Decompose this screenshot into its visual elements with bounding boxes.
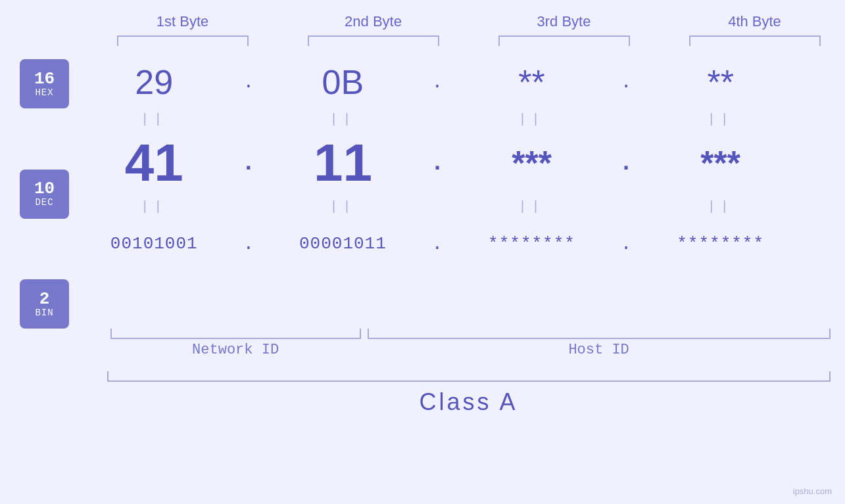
dec-dot-3: .	[616, 150, 636, 177]
host-id-bracket	[368, 329, 831, 339]
dec-cell-4: ***	[648, 143, 793, 183]
bracket-byte3	[498, 35, 630, 46]
dec-value-3: ***	[512, 143, 552, 183]
hex-value-3: **	[518, 62, 544, 102]
dec-row: 41 . 11 . *** . ***	[76, 127, 799, 199]
byte4-header: 4th Byte	[689, 13, 821, 30]
equals-1-2: ||	[270, 112, 415, 127]
hex-badge: 16 HEX	[20, 59, 69, 108]
bin-value-3: ********	[488, 234, 575, 254]
equals-2-1: ||	[82, 199, 226, 214]
hex-cell-1: 29	[82, 62, 226, 102]
bottom-brackets	[107, 329, 831, 339]
dec-cell-1: 41	[82, 133, 226, 193]
bracket-labels: Network ID Host ID	[107, 339, 831, 358]
hex-dot-3: .	[616, 72, 636, 93]
hex-dot-2: .	[427, 72, 447, 93]
bin-value-4: ********	[677, 234, 764, 254]
network-id-bracket	[110, 329, 361, 339]
dec-badge: 10 DEC	[20, 170, 69, 219]
network-id-label: Network ID	[110, 339, 361, 358]
bin-cell-1: 00101001	[82, 234, 226, 254]
host-id-label: Host ID	[368, 339, 831, 358]
bin-value-2: 00001011	[299, 234, 387, 254]
bracket-byte4	[689, 35, 821, 46]
equals-row-1: || || || ||	[76, 112, 799, 127]
bottom-section: Network ID Host ID Class A	[107, 329, 831, 416]
content-rows: 16 HEX 10 DEC 2 BIN 29 . 0B	[0, 53, 845, 329]
bracket-byte2	[308, 35, 439, 46]
hex-badge-label: HEX	[35, 87, 53, 98]
bracket-byte1	[117, 35, 249, 46]
bin-badge-label: BIN	[35, 308, 53, 318]
hex-value-1: 29	[135, 62, 173, 102]
bin-dot-1: .	[239, 234, 258, 254]
bin-dot-2: .	[427, 234, 447, 254]
bin-value-1: 00101001	[110, 234, 198, 254]
bin-badge: 2 BIN	[20, 279, 69, 329]
hex-value-4: **	[707, 62, 733, 102]
badges-column: 16 HEX 10 DEC 2 BIN	[0, 53, 76, 329]
bin-cell-3: ********	[460, 234, 604, 254]
bin-row: 00101001 . 00001011 . ******** . *******…	[76, 214, 799, 273]
dec-cell-3: ***	[460, 143, 604, 183]
class-label: Class A	[107, 384, 831, 416]
hex-cell-4: **	[648, 62, 793, 102]
dec-cell-2: 11	[270, 133, 415, 193]
hex-cell-3: **	[460, 62, 604, 102]
equals-1-3: ||	[460, 112, 604, 127]
dec-value-2: 11	[314, 133, 372, 193]
dec-value-1: 41	[125, 133, 183, 193]
dec-dot-2: .	[427, 150, 447, 177]
byte1-header: 1st Byte	[117, 13, 249, 30]
header-brackets	[107, 35, 831, 46]
equals-2-2: ||	[270, 199, 415, 214]
bin-dot-3: .	[616, 234, 636, 254]
hex-value-2: 0B	[322, 62, 364, 102]
equals-2-4: ||	[648, 199, 793, 214]
dec-dot-1: .	[239, 150, 258, 177]
bin-cell-4: ********	[648, 234, 793, 254]
hex-dot-1: .	[239, 72, 258, 93]
dec-badge-number: 10	[34, 180, 55, 197]
main-container: 1st Byte 2nd Byte 3rd Byte 4th Byte 16 H…	[0, 0, 845, 504]
bin-badge-number: 2	[39, 290, 50, 308]
byte-headers: 1st Byte 2nd Byte 3rd Byte 4th Byte	[107, 13, 831, 30]
hex-row: 29 . 0B . ** . **	[76, 53, 799, 112]
hex-badge-number: 16	[34, 70, 55, 87]
dec-badge-label: DEC	[35, 197, 53, 208]
equals-1-1: ||	[82, 112, 226, 127]
hex-cell-2: 0B	[270, 62, 415, 102]
dec-value-4: ***	[700, 143, 740, 183]
equals-1-4: ||	[648, 112, 793, 127]
class-bracket	[107, 371, 831, 382]
equals-row-2: || || || ||	[76, 199, 799, 214]
bin-cell-2: 00001011	[270, 234, 415, 254]
values-area: 29 . 0B . ** . ** || ||	[76, 53, 845, 329]
byte2-header: 2nd Byte	[308, 13, 439, 30]
byte3-header: 3rd Byte	[498, 13, 630, 30]
equals-2-3: ||	[460, 199, 604, 214]
watermark: ipshu.com	[793, 486, 832, 496]
